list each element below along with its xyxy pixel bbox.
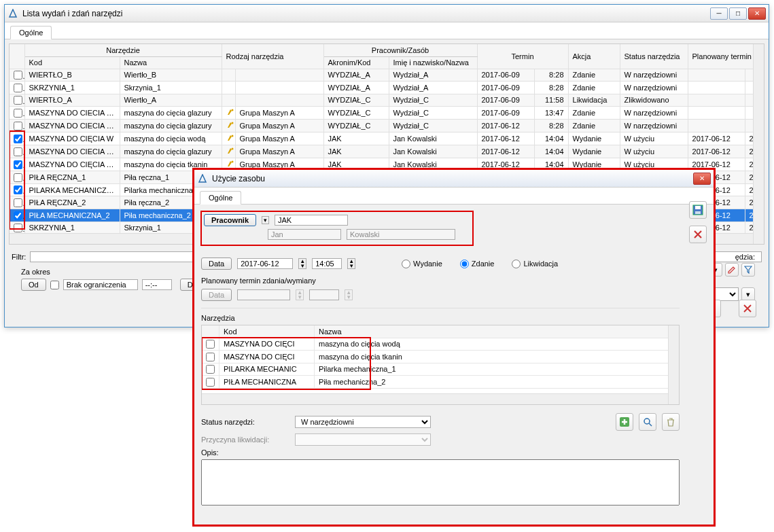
cancel-icon[interactable] (689, 226, 707, 243)
tool-row-checkbox[interactable] (206, 378, 215, 387)
col-group-tool[interactable]: Narzędzie (24, 44, 222, 56)
narzedzia-label: Narzędzia (201, 314, 680, 322)
svg-point-3 (231, 148, 233, 150)
close-button[interactable]: ✕ (748, 7, 766, 20)
app-icon (197, 173, 208, 184)
row-checkbox[interactable] (14, 211, 22, 220)
pracownik-akronim-input[interactable] (275, 215, 348, 226)
od-date-input[interactable] (63, 279, 138, 290)
list-item[interactable]: PILARKA MECHANICPilarka mechaniczna_1 (202, 363, 679, 376)
date-spinner-icon[interactable]: ▲▼ (298, 258, 306, 269)
col-akcja[interactable]: Akcja (568, 44, 620, 69)
dialog-tabstrip: Ogólne (194, 188, 714, 205)
row-checkbox[interactable] (14, 173, 22, 182)
od-time-input[interactable] (142, 279, 172, 290)
app-icon (7, 8, 18, 19)
od-checkbox[interactable] (50, 281, 59, 289)
col-termin[interactable]: Termin (477, 44, 568, 69)
time2-spinner-icon: ▲▼ (345, 289, 353, 300)
dlg-horizontal-scrollbar[interactable] (202, 393, 668, 404)
table-row[interactable]: MASZYNA DO CIECIA GLmaszyna do cięcia gl… (10, 145, 764, 158)
remove-tool-icon[interactable] (662, 413, 680, 431)
dialog-titlebar: Użycie zasobu ✕ (194, 170, 714, 188)
row-checkbox[interactable] (14, 96, 22, 105)
maximize-button[interactable]: □ (729, 7, 747, 20)
time-input[interactable] (312, 258, 342, 269)
highlight-pracownik-block: Pracownik ▾ (201, 211, 473, 245)
radio-zdanie[interactable]: Zdanie (460, 260, 495, 268)
col-kod[interactable]: Kod (24, 56, 120, 69)
pracownik-button[interactable]: Pracownik (204, 214, 256, 226)
save-icon[interactable] (689, 201, 707, 219)
svg-point-13 (644, 419, 650, 424)
dlg-col-nazwa[interactable]: Nazwa (315, 325, 679, 338)
row-checkbox[interactable] (14, 198, 22, 207)
data2-input (237, 289, 290, 300)
row-checkbox[interactable] (14, 160, 22, 169)
od-button[interactable]: Od (21, 279, 46, 291)
titlebar: Lista wydań i zdań narzędzi ─ □ ✕ (5, 5, 769, 22)
col-nazwa[interactable]: Nazwa (120, 56, 222, 69)
dialog-tab-general[interactable]: Ogólne (200, 191, 241, 205)
row-checkbox[interactable] (14, 84, 22, 92)
table-row[interactable]: WIERTŁO_BWiertło_BWYDZIAŁ_AWydział_A2017… (10, 69, 764, 82)
dialog-close-button[interactable]: ✕ (693, 173, 711, 185)
row-checkbox[interactable] (14, 71, 22, 79)
svg-rect-11 (695, 211, 701, 214)
row-checkbox[interactable] (14, 224, 22, 232)
tool-row-checkbox[interactable] (206, 365, 215, 374)
dlg-vertical-scrollbar[interactable] (668, 325, 679, 404)
col-group-worker[interactable]: Pracownik/Zasób (323, 44, 477, 56)
przyczyna-select (295, 433, 431, 446)
row-checkbox[interactable] (14, 185, 22, 194)
list-item[interactable]: MASZYNA DO CIĘCImaszyna do cięcia tkanin (202, 351, 679, 363)
radio-likwidacja[interactable]: Likwidacja (512, 260, 558, 268)
col-akronim[interactable]: Akronim/Kod (323, 56, 389, 69)
przyczyna-label: Przyczyna likwidacji: (201, 436, 289, 444)
col-rodzaj[interactable]: Rodzaj narzędzia (222, 44, 323, 69)
data-button[interactable]: Data (201, 258, 232, 270)
tabstrip: Ogólne (5, 22, 769, 39)
svg-point-4 (231, 161, 233, 163)
tool-row-checkbox[interactable] (206, 340, 215, 349)
add-tool-icon[interactable] (616, 413, 633, 431)
dlg-col-kod[interactable]: Kod (219, 325, 315, 338)
tab-general[interactable]: Ogólne (10, 26, 52, 39)
status-select[interactable]: W narzędziowni (295, 416, 431, 428)
row-checkbox[interactable] (14, 109, 22, 118)
table-row[interactable]: MASZYNA DO CIECIA GLmaszyna do cięcia gl… (10, 107, 764, 120)
za-okres-label: Za okres (21, 268, 50, 276)
pracownik-dropdown-icon[interactable]: ▾ (262, 216, 269, 224)
row-checkbox[interactable] (14, 135, 22, 143)
list-item[interactable]: PIŁA MECHANICZNAPiła mechaniczna_2 (202, 376, 679, 389)
close-panel-icon[interactable] (739, 300, 756, 317)
filter-label: Filtr: (12, 253, 26, 261)
row-checkbox[interactable] (14, 122, 22, 130)
col-imie[interactable]: Imię i nazwisko/Nazwa (389, 56, 477, 69)
list-item[interactable]: MASZYNA DO CIĘCImaszyna do cięcia wodą (202, 338, 679, 351)
dialog-tools-grid: Kod Nazwa MASZYNA DO CIĘCImaszyna do cię… (201, 325, 680, 405)
minimize-button[interactable]: ─ (710, 7, 728, 20)
col-status[interactable]: Status narzędzia (620, 44, 688, 69)
filter-edit-button[interactable] (725, 263, 739, 277)
table-row[interactable]: SKRZYNIA_1Skrzynia_1WYDZIAŁ_AWydział_A20… (10, 82, 764, 94)
time-spinner-icon[interactable]: ▲▼ (347, 258, 355, 269)
radio-wydanie[interactable]: Wydanie (402, 260, 442, 268)
window-title: Lista wydań i zdań narzędzi (22, 9, 710, 18)
row-checkbox[interactable] (14, 147, 22, 156)
table-row[interactable]: WIERTŁO_AWiertło_AWYDZIAŁ_CWydział_C2017… (10, 94, 764, 107)
opis-textarea[interactable] (201, 459, 680, 506)
pracownik-imie-input (268, 229, 341, 240)
tool-row-checkbox[interactable] (206, 353, 215, 361)
svg-rect-10 (695, 206, 701, 209)
vertical-scrollbar[interactable] (753, 44, 764, 244)
filter-funnel-button[interactable] (741, 263, 755, 277)
pracownik-nazwisko-input (347, 229, 455, 240)
time2-input (309, 289, 339, 300)
tool-filter-down-button[interactable]: ▾ (741, 287, 755, 301)
status-label: Status narzędzi: (201, 418, 289, 426)
table-row[interactable]: MASZYNA DO CIĘCIA Wmaszyna do cięcia wod… (10, 132, 764, 145)
table-row[interactable]: MASZYNA DO CIECIA GLmaszyna do cięcia gl… (10, 120, 764, 132)
search-tool-icon[interactable] (639, 413, 656, 431)
data-input[interactable] (237, 258, 293, 269)
